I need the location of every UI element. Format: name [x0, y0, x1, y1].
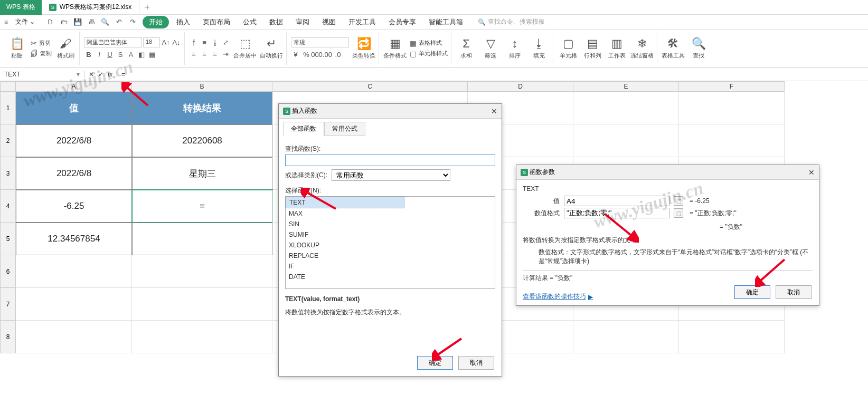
inc-dec-icon[interactable]: .00	[323, 50, 332, 59]
indent-icon[interactable]: ⇥	[221, 50, 230, 59]
grow-font-icon[interactable]: A↑	[161, 37, 171, 47]
cell-B8[interactable]	[132, 321, 272, 353]
command-search[interactable]: 🔍 查找命令、搜索模板	[478, 17, 545, 26]
cell-E2[interactable]	[573, 124, 679, 157]
sum-button[interactable]: Σ求和	[456, 37, 477, 60]
rowcol-button[interactable]: ▤行和列	[582, 37, 603, 60]
help-link[interactable]: 查看该函数的操作技巧 ▶	[523, 292, 593, 301]
cell-A2[interactable]: 2022/6/8	[16, 124, 132, 157]
select-all-corner[interactable]	[0, 81, 16, 92]
cell-A1[interactable]: 值	[16, 92, 132, 124]
list-item[interactable]: MAX	[286, 208, 495, 219]
menu-vip[interactable]: 会员专享	[383, 15, 421, 29]
format-painter-button[interactable]: 🖌格式刷	[55, 37, 76, 60]
ref-picker-icon[interactable]: ⬚	[674, 208, 683, 218]
col-A[interactable]: A	[16, 81, 132, 92]
save-icon[interactable]: 💾	[73, 17, 82, 27]
name-box[interactable]: TEXT▾	[0, 71, 84, 78]
cell-B1[interactable]: 转换结果	[132, 92, 272, 124]
tab-all-functions[interactable]: 全部函数	[283, 122, 324, 136]
menu-view[interactable]: 视图	[317, 15, 341, 29]
align-bot-icon[interactable]: ⭳	[210, 38, 220, 47]
cell-A5[interactable]: 12.34567854	[16, 223, 132, 255]
param2-input[interactable]	[564, 208, 669, 218]
paste-button[interactable]: 📋粘贴	[6, 37, 27, 60]
cell-B5[interactable]	[132, 223, 272, 255]
freeze-button[interactable]: ❄冻结窗格	[630, 37, 654, 60]
list-item[interactable]: SUMIF	[286, 229, 495, 240]
strike-icon[interactable]: S	[116, 50, 125, 59]
cell-B3[interactable]: 星期三	[132, 157, 272, 190]
cell-A4[interactable]: -6.25	[16, 190, 132, 223]
list-item[interactable]: TEXT	[286, 197, 404, 208]
cell-E1[interactable]	[573, 92, 679, 124]
close-button[interactable]: ✕	[491, 107, 497, 115]
tools-button[interactable]: 🛠表格工具	[662, 37, 685, 60]
row-3[interactable]: 3	[0, 157, 16, 190]
font-family-select[interactable]: 阿里巴巴普惠体	[84, 37, 142, 47]
font-size-select[interactable]: 18	[143, 37, 160, 47]
cell-A8[interactable]	[16, 321, 132, 353]
cell-A6[interactable]	[16, 255, 132, 288]
align-left-icon[interactable]: ≡	[189, 50, 199, 59]
ok-button[interactable]: 确定	[734, 285, 770, 299]
menu-review[interactable]: 审阅	[290, 15, 315, 29]
cell-style-button[interactable]: ▢单元格样式	[410, 50, 448, 58]
menu-insert[interactable]: 插入	[171, 15, 195, 29]
add-tab-button[interactable]: +	[139, 3, 155, 12]
copy-button[interactable]: 🗐复制	[31, 50, 52, 58]
redo-icon[interactable]: ↷	[128, 17, 137, 27]
new-icon[interactable]: 🗋	[45, 17, 55, 27]
list-item[interactable]: REPLACE	[286, 250, 495, 261]
font-color-icon[interactable]: A	[126, 50, 136, 59]
ref-picker-icon[interactable]: ⬚	[674, 196, 683, 206]
open-icon[interactable]: 🗁	[59, 17, 69, 27]
row-7[interactable]: 7	[0, 288, 16, 321]
cell-B6[interactable]	[132, 255, 272, 288]
sheet-button[interactable]: ▥工作表	[606, 37, 627, 60]
cell-button[interactable]: ▢单元格	[558, 37, 579, 60]
function-list[interactable]: TEXT MAX SIN SUMIF XLOOKUP REPLACE IF DA…	[285, 196, 495, 289]
merge-button[interactable]: ⬚合并居中	[233, 37, 257, 60]
comma-icon[interactable]: 000	[312, 50, 322, 59]
cancel-formula-icon[interactable]: ✕	[89, 71, 94, 78]
fx-icon[interactable]: fx	[108, 71, 112, 78]
col-E[interactable]: E	[573, 81, 679, 92]
col-B[interactable]: B	[132, 81, 272, 92]
sort-button[interactable]: ↕排序	[504, 37, 525, 60]
align-right-icon[interactable]: ≡	[210, 50, 220, 59]
menu-dev[interactable]: 开发工具	[343, 15, 381, 29]
file-menu[interactable]: 文件 ⌄	[10, 16, 40, 27]
currency-icon[interactable]: ¥	[291, 50, 300, 59]
list-item[interactable]: SIN	[286, 219, 495, 229]
shrink-font-icon[interactable]: A↓	[172, 37, 181, 47]
list-item[interactable]: DATE	[286, 272, 495, 282]
row-2[interactable]: 2	[0, 124, 16, 157]
dec-dec-icon[interactable]: .0	[333, 50, 343, 59]
row-5[interactable]: 5	[0, 223, 16, 255]
preview-icon[interactable]: 🔍	[100, 17, 110, 27]
col-C[interactable]: C	[272, 81, 468, 92]
cell-A7[interactable]	[16, 288, 132, 321]
category-select[interactable]: 常用函数	[332, 169, 450, 181]
cell-F8[interactable]	[679, 321, 785, 353]
row-6[interactable]: 6	[0, 255, 16, 288]
number-format-select[interactable]: 常规	[291, 37, 349, 47]
confirm-formula-icon[interactable]: ✓	[98, 71, 103, 78]
align-center-icon[interactable]: ≡	[200, 50, 209, 59]
fill-button[interactable]: ⭳填充	[529, 37, 550, 60]
menu-layout[interactable]: 页面布局	[197, 15, 235, 29]
bold-icon[interactable]: B	[84, 50, 93, 59]
fill-color-icon[interactable]: ◧	[137, 50, 146, 59]
cell-F1[interactable]	[679, 92, 785, 124]
close-button[interactable]: ✕	[808, 168, 815, 177]
menu-smart[interactable]: 智能工具箱	[423, 15, 468, 29]
menu-formula[interactable]: 公式	[238, 15, 262, 29]
function-search-input[interactable]	[285, 155, 495, 166]
cell-F2[interactable]	[679, 124, 785, 157]
menu-start[interactable]: 开始	[143, 16, 169, 28]
border-icon[interactable]: ▦	[147, 50, 157, 59]
ok-button[interactable]: 确定	[417, 356, 453, 370]
find-button[interactable]: 🔍查找	[688, 37, 709, 60]
cut-button[interactable]: ✂剪切	[31, 39, 52, 47]
